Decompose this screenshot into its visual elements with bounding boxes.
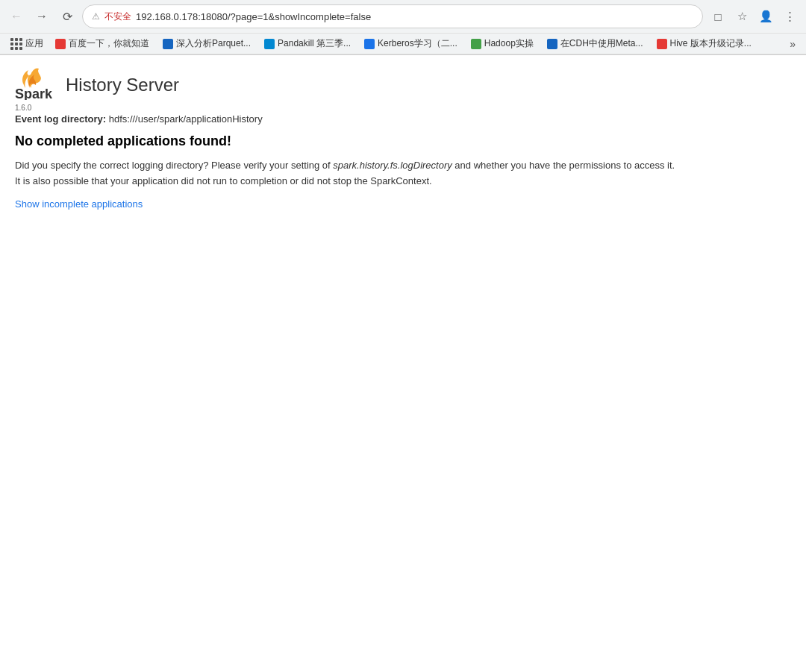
page-title: History Server (66, 75, 179, 95)
spark-logo-icon: Spark (15, 67, 56, 100)
bookmark-kerberos[interactable]: Kerberos学习（二... (358, 35, 463, 52)
menu-button[interactable]: ⋮ (779, 6, 800, 27)
lock-icon: ⚠ (92, 11, 100, 22)
bookmark-hive[interactable]: Hive 版本升级记录... (651, 35, 757, 52)
browser-actions: □ ☆ 👤 ⋮ (707, 6, 800, 27)
desc-line1-suffix: and whether you have the permissions to … (452, 160, 675, 171)
svg-text:Spark: Spark (15, 87, 53, 100)
bookmark-baidu[interactable]: 百度一下，你就知道 (49, 35, 155, 52)
bookmark-parquet-label: 深入分析Parquet... (176, 37, 251, 50)
kerberos-favicon (364, 39, 375, 49)
bookmark-hadoop-label: Hadoop实操 (484, 37, 534, 50)
event-log-path: hdfs:///user/spark/applicationHistory (109, 113, 263, 125)
apps-button[interactable]: 应用 (6, 35, 48, 52)
cdh-favicon (547, 39, 557, 49)
bookmark-cdh[interactable]: 在CDH中使用Meta... (541, 35, 649, 52)
bookmark-baidu-label: 百度一下，你就知道 (69, 37, 149, 50)
apps-label: 应用 (25, 37, 43, 50)
hive-favicon (657, 39, 667, 49)
show-incomplete-link[interactable]: Show incomplete applications (15, 198, 143, 210)
forward-button[interactable]: → (31, 6, 52, 27)
desc-line1-prefix: Did you specify the correct logging dire… (15, 160, 333, 171)
description-text: Did you specify the correct logging dire… (15, 158, 791, 189)
baidu-favicon (55, 39, 66, 49)
desc-line2: It is also possible that your applicatio… (15, 175, 432, 186)
bookmark-hive-label: Hive 版本升级记录... (670, 37, 752, 50)
pandakill-favicon (264, 39, 275, 49)
page-content: Spark 1.6.0 History Server Event log dir… (0, 55, 806, 222)
event-log-label: Event log directory: (15, 113, 106, 125)
parquet-favicon (163, 39, 173, 49)
bookmarks-more-button[interactable]: » (785, 36, 800, 52)
spark-header: Spark 1.6.0 History Server (15, 67, 791, 103)
bookmark-pandakill[interactable]: Pandakill 第三季... (258, 35, 357, 52)
profile-button[interactable]: 👤 (755, 6, 776, 27)
back-button[interactable]: ← (6, 6, 27, 27)
reload-button[interactable]: ⟳ (57, 6, 78, 27)
no-apps-heading: No completed applications found! (15, 134, 791, 149)
screenshot-button[interactable]: □ (707, 6, 728, 27)
bookmark-button[interactable]: ☆ (731, 6, 752, 27)
browser-chrome: ← → ⟳ ⚠ 不安全 192.168.0.178:18080/?page=1&… (0, 0, 806, 55)
bookmarks-bar: 应用 百度一下，你就知道 深入分析Parquet... Pandakill 第三… (0, 33, 806, 54)
desc-italic: spark.history.fs.logDirectory (333, 160, 452, 171)
grid-icon (10, 38, 22, 50)
spark-logo-container: Spark 1.6.0 (15, 67, 60, 103)
bookmark-hadoop[interactable]: Hadoop实操 (465, 35, 540, 52)
event-log-line: Event log directory: hdfs:///user/spark/… (15, 113, 791, 125)
hadoop-favicon (471, 39, 481, 49)
spark-version: 1.6.0 (15, 104, 60, 112)
browser-top-bar: ← → ⟳ ⚠ 不安全 192.168.0.178:18080/?page=1&… (0, 0, 806, 33)
bookmark-cdh-label: 在CDH中使用Meta... (560, 37, 643, 50)
url-display: 192.168.0.178:18080/?page=1&showIncomple… (136, 11, 693, 22)
address-bar[interactable]: ⚠ 不安全 192.168.0.178:18080/?page=1&showIn… (82, 4, 703, 28)
bookmark-parquet[interactable]: 深入分析Parquet... (157, 35, 257, 52)
insecure-label: 不安全 (104, 10, 131, 23)
bookmark-kerberos-label: Kerberos学习（二... (378, 37, 457, 50)
bookmark-pandakill-label: Pandakill 第三季... (278, 37, 351, 50)
